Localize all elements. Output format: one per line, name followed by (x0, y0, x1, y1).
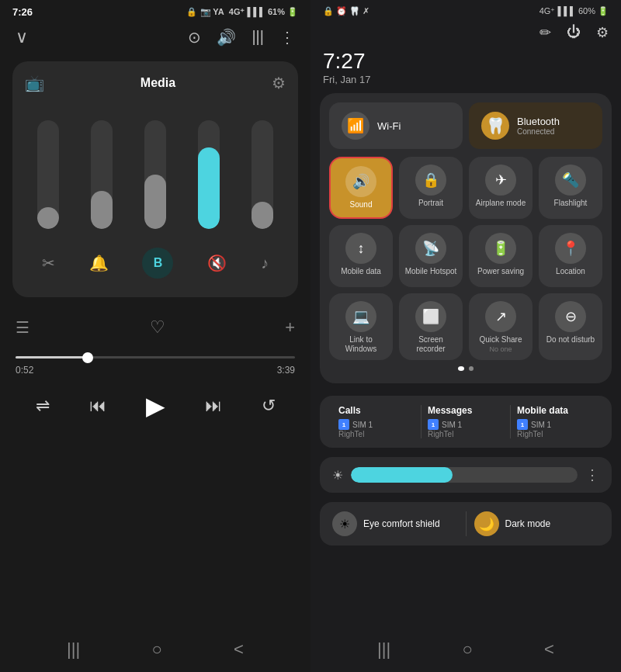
media-title: Media (141, 76, 175, 90)
tiles-grid: 🔊 Sound 🔒 Portrait ✈ Airplane mode 🔦 Fla… (329, 157, 602, 360)
flashlight-tile[interactable]: 🔦 Flashlight (539, 157, 602, 219)
media-icons-row: ✂ 🔔 B 🔇 ♪ (25, 241, 286, 285)
player-buttons: ⇌ ⏮ ▶ ⏭ ↺ (16, 391, 295, 421)
right-status-left: 🔒 ⏰ 🦷 ✗ (323, 6, 369, 16)
link-windows-icon: 💻 (345, 301, 376, 332)
mobile-data-carrier: RighTel (517, 430, 543, 438)
eye-comfort-label: Eye comfort shield (363, 518, 440, 529)
mobile-data-item-title: Mobile data (517, 405, 568, 416)
screen-recorder-tile[interactable]: ⬜ Screen recorder (399, 293, 463, 360)
right-nav-recent[interactable]: ||| (377, 639, 390, 660)
right-nav-home[interactable]: ○ (462, 639, 472, 660)
media-header: 📺 Media ⚙ (25, 74, 286, 92)
power-saving-tile[interactable]: 🔋 Power saving (469, 225, 533, 287)
slider-4[interactable] (198, 120, 220, 229)
right-top-controls: ✏ ⏻ ⚙ (310, 19, 621, 46)
previous-button[interactable]: ⏮ (89, 396, 106, 416)
portrait-icon: 🔒 (415, 165, 446, 196)
dot-2 (469, 366, 474, 371)
power-saving-label: Power saving (477, 267, 524, 276)
heart-icon[interactable]: ♡ (150, 317, 165, 338)
settings-icon[interactable]: ⚙ (596, 24, 609, 41)
hotspot-label: Mobile Hotspot (405, 267, 457, 276)
dark-mode-label: Dark mode (505, 518, 551, 529)
hotspot-tile[interactable]: 📡 Mobile Hotspot (399, 225, 463, 287)
sliders-row (25, 105, 286, 229)
next-button[interactable]: ⏭ (205, 396, 222, 416)
edit-icon[interactable]: ✏ (539, 24, 551, 41)
right-time-date: 7:27 Fri, Jan 17 (310, 46, 621, 93)
shuffle-button[interactable]: ⇌ (36, 396, 50, 416)
left-nav-recent[interactable]: ||| (67, 639, 80, 660)
wifi-tile[interactable]: 📶 Wi-Fi (329, 102, 463, 149)
mobile-data-sim: SIM 1 (531, 421, 551, 429)
slider-5[interactable] (252, 120, 273, 229)
repeat-button[interactable]: ↺ (262, 396, 276, 416)
media-icon-3[interactable]: B (142, 248, 173, 279)
left-bottom-nav: ||| ○ < (0, 627, 310, 672)
left-status-icons: 🔒 📷 ΥΑ 4G⁺ ▌▌▌ 61% 🔋 (186, 7, 298, 17)
volume-icon[interactable]: 🔊 (217, 28, 236, 47)
right-time: 7:27 (323, 49, 609, 74)
power-icon[interactable]: ⏻ (567, 24, 581, 41)
mobile-data-item: Mobile data 1 SIM 1 RighTel (511, 405, 599, 438)
right-nav-back[interactable]: < (544, 639, 554, 660)
messages-sim: SIM 1 (442, 421, 462, 429)
play-button[interactable]: ▶ (146, 391, 165, 421)
bluetooth-label: Bluetooth (517, 116, 560, 127)
link-windows-tile[interactable]: 💻 Link to Windows (329, 293, 393, 360)
media-icon-2[interactable]: 🔔 (89, 254, 109, 272)
calls-sim: SIM 1 (352, 421, 373, 429)
sound-icon: 🔊 (345, 166, 376, 197)
location-icon: 📍 (555, 233, 586, 264)
mobile-data-tile[interactable]: ↕ Mobile data (329, 225, 393, 287)
portrait-tile[interactable]: 🔒 Portrait (399, 157, 463, 219)
quick-share-label: Quick ShareNo one (479, 335, 522, 354)
mobile-data-label: Mobile data (341, 267, 381, 276)
brightness-more-icon[interactable]: ⋮ (585, 466, 599, 483)
add-icon[interactable]: + (285, 317, 295, 338)
media-icon-4[interactable]: 🔇 (207, 254, 227, 272)
total-time: 3:39 (277, 365, 295, 376)
messages-sub: 1 SIM 1 (428, 419, 462, 430)
equalizer-icon[interactable]: ||| (252, 28, 264, 47)
power-saving-icon: 🔋 (485, 233, 516, 264)
media-icon-1[interactable]: ✂ (42, 254, 55, 272)
comfort-row: ☀ Eye comfort shield 🌙 Dark mode (320, 502, 612, 546)
airplane-tile[interactable]: ✈ Airplane mode (469, 157, 533, 219)
flashlight-icon: 🔦 (555, 165, 586, 196)
slider-3[interactable] (144, 120, 166, 229)
media-icon-5[interactable]: ♪ (261, 255, 269, 272)
brightness-slider-row: ☀ ⋮ (332, 466, 599, 483)
calls-sub: 1 SIM 1 (338, 419, 373, 430)
dark-mode-item[interactable]: 🌙 Dark mode (474, 511, 600, 536)
dnd-tile[interactable]: ⊖ Do not disturb (539, 293, 602, 360)
quick-share-tile[interactable]: ↗ Quick ShareNo one (469, 293, 533, 360)
bluetooth-tile[interactable]: 🦷 Bluetooth Connected (469, 102, 602, 149)
slider-1[interactable] (37, 120, 59, 229)
wifi-label: Wi-Fi (377, 120, 401, 132)
location-tile[interactable]: 📍 Location (539, 225, 602, 287)
brightness-icon: ☀ (332, 468, 343, 483)
dnd-icon: ⊖ (555, 301, 586, 332)
messages-title: Messages (428, 405, 472, 416)
pagination-dots (329, 366, 602, 371)
sound-tile[interactable]: 🔊 Sound (329, 157, 393, 219)
left-nav-back[interactable]: < (234, 639, 244, 660)
queue-icon[interactable]: ☰ (16, 318, 29, 337)
location-label: Location (556, 267, 585, 276)
brightness-track[interactable] (351, 467, 578, 483)
mobile-data-sub: 1 SIM 1 (517, 419, 551, 430)
back-chevron-icon[interactable]: ∨ (16, 27, 28, 47)
right-status-bar: 🔒 ⏰ 🦷 ✗ 4G⁺ ▌▌▌ 60% 🔋 (310, 0, 621, 19)
more-icon[interactable]: ⋮ (279, 28, 295, 47)
progress-bar[interactable] (16, 356, 295, 359)
left-nav-home[interactable]: ○ (151, 639, 161, 660)
messages-carrier: RighTel (428, 430, 453, 438)
left-right-icons: 🔒 📷 ΥΑ 4G⁺ ▌▌▌ 61% 🔋 (186, 7, 298, 17)
airplane-icon: ✈ (485, 165, 516, 196)
slider-2[interactable] (91, 120, 113, 229)
media-settings-icon[interactable]: ⚙ (272, 74, 286, 92)
refresh-icon[interactable]: ⊙ (188, 28, 201, 47)
eye-comfort-item[interactable]: ☀ Eye comfort shield (332, 511, 458, 536)
